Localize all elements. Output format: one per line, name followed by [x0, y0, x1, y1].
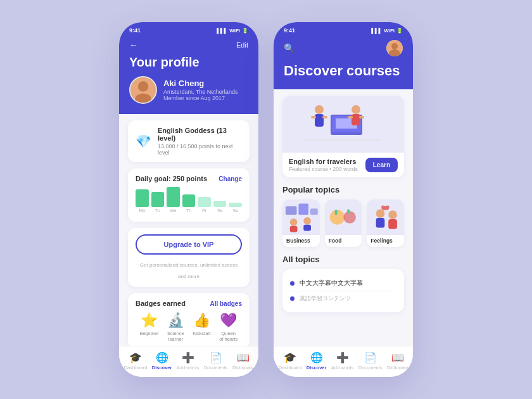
battery-icon: 🔋 — [242, 28, 248, 34]
bar-col-su: Su — [229, 203, 242, 213]
nav-documents-left[interactable]: 📄 Documents — [204, 352, 228, 370]
nav-documents-right[interactable]: 📄 Documents — [358, 352, 383, 370]
business-label: Business — [282, 235, 320, 247]
svg-rect-18 — [286, 206, 297, 215]
bar-col-th: Th — [182, 194, 196, 213]
popular-topics-title: Popular topics — [282, 185, 404, 194]
left-nav-row: ← Edit — [129, 40, 248, 50]
right-user-avatar — [386, 40, 403, 56]
discover-icon-left: 🌐 — [156, 352, 168, 364]
svg-rect-30 — [376, 218, 385, 228]
svg-point-29 — [376, 209, 385, 218]
status-time-left: 9:41 — [129, 27, 141, 34]
bar-sa — [213, 201, 227, 207]
nav-discover-left[interactable]: 🌐 Discover — [152, 352, 172, 370]
svg-point-26 — [343, 211, 356, 224]
svg-point-9 — [352, 105, 360, 114]
bar-we — [167, 187, 180, 207]
vip-sub: Get personalized courses, unlimited acce… — [140, 262, 238, 279]
badges-header: Badges earned All badges — [136, 300, 242, 307]
nav-addwords-right[interactable]: ➕ Add words — [331, 352, 353, 370]
topic-business[interactable]: Business — [282, 200, 320, 247]
edit-button[interactable]: Edit — [236, 41, 248, 49]
learn-button[interactable]: Learn — [365, 158, 398, 172]
nav-dictionary-left[interactable]: 📖 Dictionary — [232, 352, 253, 370]
science-icon: 🔬 — [167, 312, 184, 329]
topic-list-item-1[interactable]: 中文大字幕中文大字幕 — [290, 276, 396, 291]
wifi-icon: WiFi — [229, 28, 240, 34]
search-icon[interactable]: 🔍 — [284, 43, 294, 53]
bar-col-fr: Fr — [198, 197, 211, 213]
svg-rect-24 — [303, 225, 311, 231]
food-label: Food — [325, 235, 362, 247]
bar-col-we: We — [167, 187, 180, 213]
signal-icon: ▌▌▌ — [217, 28, 227, 34]
status-icons-right: ▌▌▌ WiFi 🔋 — [371, 28, 403, 34]
svg-rect-22 — [290, 226, 298, 232]
avatar — [129, 76, 157, 104]
all-badges-link[interactable]: All badges — [210, 300, 242, 307]
discover-icon-right: 🌐 — [310, 352, 323, 364]
addwords-icon-left: ➕ — [182, 352, 194, 364]
user-name: Aki Cheng — [163, 79, 238, 88]
nav-discover-right[interactable]: 🌐 Discover — [307, 352, 327, 370]
topic-food[interactable]: Food — [325, 200, 362, 247]
svg-rect-14 — [315, 114, 324, 127]
status-bar-right: 9:41 ▌▌▌ WiFi 🔋 — [274, 22, 413, 36]
bar-fr — [198, 197, 211, 207]
badges-grid: ⭐ Beginner 🔬 Sciencelearner 👍 Kickstart … — [136, 312, 242, 342]
right-content: English for travelers Featured course • … — [274, 89, 413, 346]
right-page-title: Discover courses — [284, 63, 403, 79]
business-illustration — [282, 200, 320, 235]
topic-feelings[interactable]: Feelings — [367, 200, 404, 247]
svg-rect-32 — [389, 219, 398, 229]
badges-title: Badges earned — [136, 300, 186, 307]
dictionary-icon-left: 📖 — [237, 352, 250, 364]
left-page-title: Your profile — [129, 55, 248, 70]
svg-rect-27 — [334, 210, 337, 215]
kickstart-label: Kickstart — [193, 331, 211, 336]
level-text: English Goddess (13 level) 13,000 / 16,5… — [158, 127, 242, 156]
svg-rect-12 — [359, 116, 364, 118]
change-button[interactable]: Change — [218, 175, 242, 182]
beginner-label: Beginner — [140, 331, 159, 336]
vip-section: Upgrade to VIP Get personalized courses,… — [128, 228, 250, 287]
upgrade-vip-button[interactable]: Upgrade to VIP — [136, 234, 242, 255]
all-topics-list: 中文大字幕中文大字幕 英語学習コンテンツ — [282, 269, 404, 312]
food-illustration — [325, 200, 362, 235]
kickstart-icon: 👍 — [193, 312, 210, 329]
science-label: Sciencelearner — [167, 331, 184, 342]
featured-bottom: English for travelers Featured course • … — [282, 153, 404, 177]
topics-row: Business Food — [282, 200, 404, 247]
nav-dashboard-left[interactable]: 🎓 Dashboard — [124, 352, 148, 370]
queen-label: Queenof hearts — [219, 331, 238, 342]
topic-text-2: 英語学習コンテンツ — [300, 294, 351, 303]
nav-dictionary-right[interactable]: 📖 Dictionary — [387, 352, 408, 370]
topic-list-item-2[interactable]: 英語学習コンテンツ — [290, 291, 396, 306]
featured-sub: Featured course • 200 words — [289, 166, 358, 172]
signal-icon-right: ▌▌▌ — [371, 28, 382, 34]
back-button[interactable]: ← — [129, 40, 138, 50]
level-badge-card: 💎 English Goddess (13 level) 13,000 / 16… — [128, 120, 250, 162]
svg-rect-11 — [348, 116, 353, 118]
left-phone: 9:41 ▌▌▌ WiFi 🔋 ← Edit Your profile Aki … — [119, 22, 258, 377]
profile-row: Aki Cheng Amsterdam, The Netherlands Mem… — [129, 76, 248, 104]
bar-th — [182, 194, 196, 207]
daily-header: Daily goal: 250 points Change — [136, 175, 242, 182]
svg-rect-16 — [322, 116, 327, 118]
daily-goal-card: Daily goal: 250 points Change Mo Tu We — [128, 168, 250, 222]
dashboard-icon: 🎓 — [129, 352, 142, 364]
nav-addwords-left[interactable]: ➕ Add words — [177, 352, 199, 370]
badge-queen: 💜 Queenof hearts — [219, 312, 238, 342]
user-location: Amsterdam, The Netherlands — [163, 89, 238, 95]
right-phone: 9:41 ▌▌▌ WiFi 🔋 🔍 Discover courses — [274, 22, 413, 377]
right-bottom-nav: 🎓 Dashboard 🌐 Discover ➕ Add words 📄 Doc… — [274, 346, 413, 377]
svg-rect-28 — [347, 209, 350, 213]
status-icons-left: ▌▌▌ WiFi 🔋 — [217, 28, 248, 34]
bar-col-sa: Sa — [213, 201, 227, 213]
svg-point-21 — [290, 218, 298, 226]
nav-dashboard-right[interactable]: 🎓 Dashboard — [279, 352, 302, 370]
svg-point-13 — [315, 105, 324, 114]
right-nav-row: 🔍 — [284, 40, 403, 56]
dashboard-icon-right: 🎓 — [284, 352, 296, 364]
